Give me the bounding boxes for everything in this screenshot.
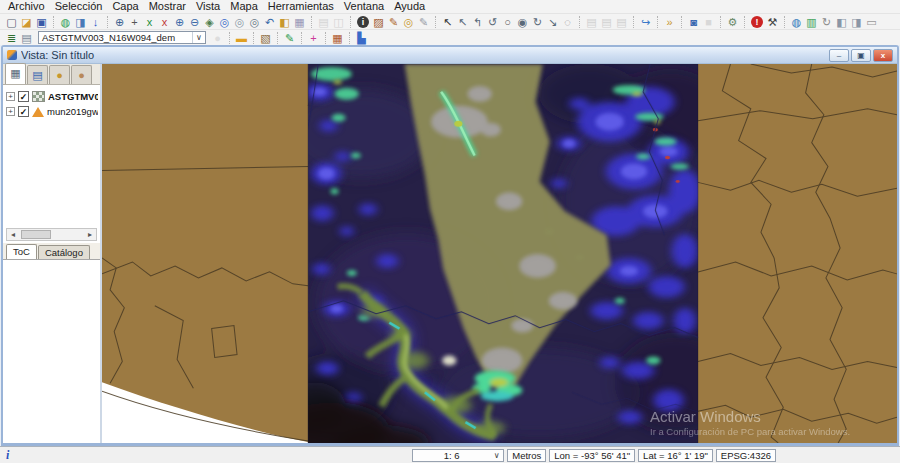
attribute-table-1-button: ▤	[584, 15, 599, 29]
measure-area-button[interactable]: ▨	[371, 15, 386, 29]
map-canvas[interactable]	[102, 64, 897, 443]
layer-row-astgtmv003[interactable]: +✓ASTGTMV003	[6, 89, 98, 104]
deselect-all-button[interactable]: ◌	[560, 15, 575, 29]
zoom-to-layer-button[interactable]: ◈	[202, 15, 217, 29]
zoom-in-button[interactable]: ⊕	[172, 15, 187, 29]
minimize-button[interactable]: –	[829, 49, 849, 62]
edit-raster-button[interactable]: ✎	[282, 31, 297, 45]
select-by-polygon-button[interactable]: ↰	[470, 15, 485, 29]
layers-back-button[interactable]: ◨	[849, 15, 864, 29]
scrollbar-thumb[interactable]	[21, 230, 51, 239]
toc-coin-tab-1[interactable]: ●	[49, 65, 70, 84]
scrollbar-track[interactable]	[19, 229, 84, 240]
full-screen-button[interactable]: ▭	[864, 15, 879, 29]
active-layer-combo[interactable]: ASTGTMV003_N16W094_dem ∨	[38, 31, 206, 44]
toolbar-separator	[325, 32, 326, 44]
add-table-button[interactable]: ▤	[19, 31, 34, 45]
zoom-gray-button[interactable]: ◎	[232, 15, 247, 29]
toolbar-separator	[435, 16, 436, 28]
attribute-table-2-button: ▤	[599, 15, 614, 29]
document-preview-button[interactable]: ◙	[686, 15, 701, 29]
menu-vista[interactable]: Vista	[191, 0, 225, 13]
georeferencing-button[interactable]: +	[306, 31, 321, 45]
menu-mapa[interactable]: Mapa	[225, 0, 263, 13]
menu-seleccion[interactable]: Selección	[50, 0, 108, 13]
select-by-buffer-button[interactable]: ◉	[515, 15, 530, 29]
zoom-pixel-button[interactable]: ◎	[217, 15, 232, 29]
import-field-button[interactable]: ↓	[88, 15, 103, 29]
layer-label[interactable]: mun2019gw	[47, 106, 98, 117]
toc-print-tab[interactable]: ▤	[27, 65, 48, 84]
chevron-down-icon[interactable]: ∨	[192, 32, 205, 43]
web-map-service-button[interactable]: ◍	[789, 15, 804, 29]
menu-mostrar[interactable]: Mostrar	[144, 0, 191, 13]
epsg-field: EPSG:4326	[716, 449, 776, 462]
frame-view-button[interactable]: ▦	[292, 15, 307, 29]
tab-toc[interactable]: ToC	[6, 244, 37, 259]
scroll-right-icon[interactable]: ▸	[84, 230, 96, 239]
vista-titlebar[interactable]: Vista: Sin título –▣x	[3, 47, 897, 64]
quick-draw-button[interactable]: ✎	[416, 15, 431, 29]
menu-ventana[interactable]: Ventana	[339, 0, 389, 13]
histogram-button[interactable]: ▙	[354, 31, 369, 45]
chevron-down-icon[interactable]: ∨	[490, 450, 503, 461]
symbol-levels-button: ●	[210, 31, 225, 45]
raster-properties-button[interactable]: ▦	[330, 31, 345, 45]
expand-icon[interactable]: +	[6, 107, 15, 116]
zoom-out-button[interactable]: ⊖	[187, 15, 202, 29]
layer-visibility-checkbox[interactable]: ✓	[18, 106, 29, 117]
new-document-button[interactable]: ▢	[4, 15, 19, 29]
expand-icon[interactable]: +	[6, 92, 15, 101]
scale-combo[interactable]: 1: 6 ∨	[412, 449, 504, 462]
open-project-button[interactable]: ◪	[19, 15, 34, 29]
status-bar: i 1: 6 ∨ Metros Lon = -93° 56' 41" Lat =…	[0, 446, 900, 463]
select-by-lasso-button[interactable]: ↺	[485, 15, 500, 29]
select-by-circle-button[interactable]: ○	[500, 15, 515, 29]
menu-herramientas[interactable]: Herramientas	[263, 0, 339, 13]
toc-horizontal-scrollbar[interactable]: ◂ ▸	[6, 228, 97, 241]
quick-info-button[interactable]: ↪	[638, 15, 653, 29]
layer-label[interactable]: ASTGTMV003	[48, 91, 98, 102]
error-log-button[interactable]: !	[751, 16, 763, 28]
settings-gear-button[interactable]: ⚙	[725, 15, 740, 29]
color-table-button[interactable]: ▬	[234, 31, 249, 45]
close-button[interactable]: x	[873, 49, 893, 62]
menu-archivo[interactable]: Archivo	[3, 0, 50, 13]
layer-row-mun2019gw[interactable]: +✓mun2019gw	[6, 104, 98, 119]
menu-capa[interactable]: Capa	[107, 0, 143, 13]
select-by-point-button[interactable]: ↖	[440, 15, 455, 29]
toc-visibility-manager-button[interactable]: ≣	[4, 31, 19, 45]
select-by-rectangle-button[interactable]: ↖	[455, 15, 470, 29]
pan-tool-button[interactable]: +	[127, 15, 142, 29]
add-to-group-button[interactable]: ▧	[258, 31, 273, 45]
tab-catalogo[interactable]: Catálogo	[38, 245, 90, 259]
chart-tool-button[interactable]: ▥	[804, 15, 819, 29]
export-layer-button[interactable]: ◨	[73, 15, 88, 29]
toolbar-separator	[681, 16, 682, 28]
save-project-button[interactable]: ▣	[34, 15, 49, 29]
zoom-previous-button[interactable]: ↶	[262, 15, 277, 29]
restore-button[interactable]: ▣	[851, 49, 871, 62]
select-by-shape-button[interactable]: ↘	[545, 15, 560, 29]
measure-distance-button[interactable]: ✎	[386, 15, 401, 29]
zoom-select-button[interactable]: ◎	[247, 15, 262, 29]
geoprocess-toolbox-button[interactable]: »	[662, 15, 677, 29]
scroll-left-icon[interactable]: ◂	[7, 230, 19, 239]
vector-layer-icon	[32, 107, 44, 117]
hyperlink-button[interactable]: ◎	[401, 15, 416, 29]
add-event-layer-button[interactable]: ◍	[58, 15, 73, 29]
tile-view-button[interactable]: ◧	[277, 15, 292, 29]
map-view[interactable]: Activar Windows Ir a Configuración de PC…	[102, 64, 897, 443]
layers-front-button[interactable]: ◧	[834, 15, 849, 29]
zoom-full-extent-button[interactable]: x	[142, 15, 157, 29]
info-by-point-button[interactable]: i	[357, 16, 369, 28]
toc-coin-tab-2[interactable]: ●	[71, 65, 92, 84]
layer-visibility-checkbox[interactable]: ✓	[18, 91, 29, 102]
menu-ayuda[interactable]: Ayuda	[389, 0, 430, 13]
tools-button[interactable]: ⚒	[765, 15, 780, 29]
zoom-to-selection-button[interactable]: x	[157, 15, 172, 29]
invert-selection-button[interactable]: ↻	[530, 15, 545, 29]
zoom-tools-dropdown-button[interactable]: ⊕	[112, 15, 127, 29]
toc-layers-tab[interactable]: ▦	[5, 63, 26, 84]
refresh-button[interactable]: ↻	[819, 15, 834, 29]
